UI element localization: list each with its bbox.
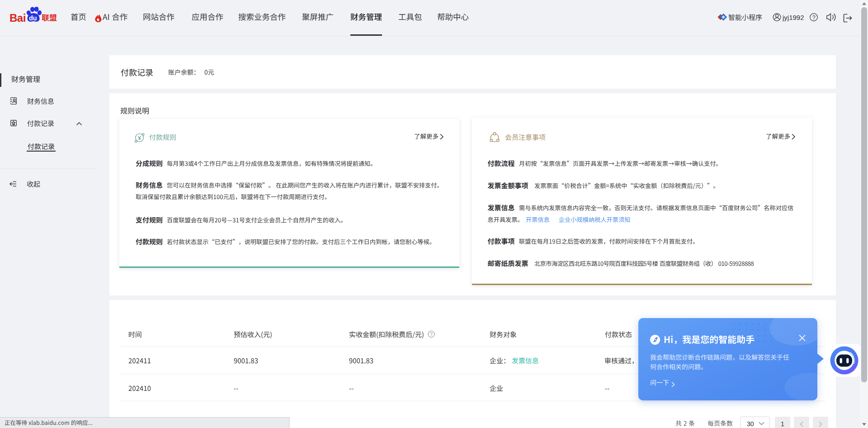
svg-text:30: 30: [747, 420, 754, 428]
svg-text:?: ?: [430, 332, 433, 337]
svg-text:?: ?: [812, 14, 816, 21]
svg-text:1: 1: [781, 420, 784, 428]
svg-text:jyj1992: jyj1992: [782, 14, 804, 21]
svg-text:Bai: Bai: [9, 12, 26, 24]
svg-text:du: du: [29, 14, 37, 22]
